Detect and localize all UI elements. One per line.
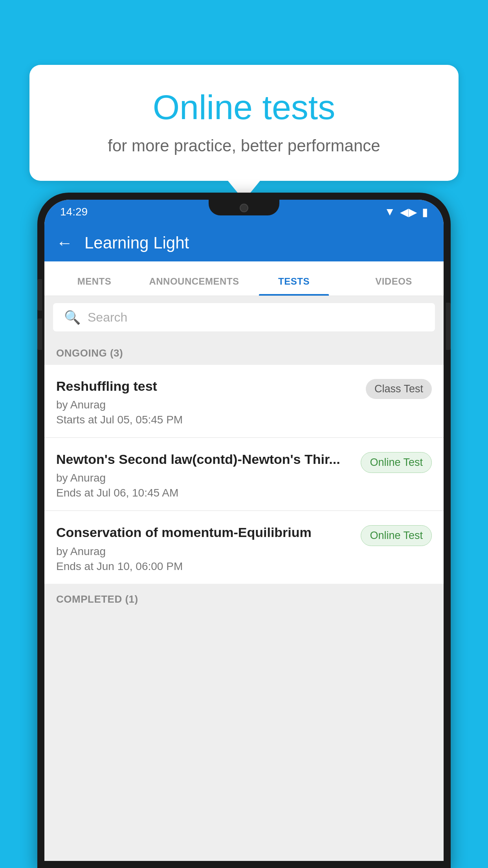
battery-icon: ▮ (422, 206, 428, 219)
phone-frame: 14:29 ▼ ◀▶ ▮ ← Learning Light MENTS ANNO… (37, 193, 451, 868)
test-card-3-badge: Online Test (361, 525, 432, 546)
signal-icon: ◀▶ (400, 206, 417, 219)
test-card-2-content: Newton's Second law(contd)-Newton's Thir… (56, 451, 361, 499)
wifi-icon: ▼ (384, 206, 395, 218)
tab-announcements[interactable]: ANNOUNCEMENTS (144, 276, 244, 296)
tab-bar: MENTS ANNOUNCEMENTS TESTS VIDEOS (44, 261, 444, 296)
app-bar: ← Learning Light (44, 224, 444, 261)
test-card-1-badge: Class Test (366, 379, 432, 399)
completed-section-header: COMPLETED (1) (44, 585, 444, 611)
test-card-3[interactable]: Conservation of momentum-Equilibrium by … (44, 511, 444, 583)
test-card-1-title: Reshuffling test (56, 377, 358, 395)
test-card-3-content: Conservation of momentum-Equilibrium by … (56, 524, 361, 572)
tab-videos[interactable]: VIDEOS (344, 276, 444, 296)
back-button[interactable]: ← (56, 234, 73, 252)
tab-tests[interactable]: TESTS (244, 276, 344, 296)
camera (240, 204, 248, 212)
app-title: Learning Light (84, 234, 189, 252)
ongoing-section-header: ONGOING (3) (44, 338, 444, 365)
power-button[interactable] (446, 303, 451, 350)
content-area: ONGOING (3) Reshuffling test by Anurag S… (44, 338, 444, 861)
status-time: 14:29 (60, 206, 88, 218)
test-card-1-date: Starts at Jul 05, 05:45 PM (56, 414, 358, 426)
test-card-2-date: Ends at Jul 06, 10:45 AM (56, 487, 353, 499)
search-container: 🔍 Search (44, 296, 444, 338)
test-card-1[interactable]: Reshuffling test by Anurag Starts at Jul… (44, 365, 444, 437)
search-placeholder: Search (88, 310, 127, 325)
search-bar[interactable]: 🔍 Search (53, 303, 435, 331)
test-card-1-author: by Anurag (56, 399, 358, 411)
speech-bubble-subtitle: for more practice, better performance (53, 136, 435, 155)
status-icons: ▼ ◀▶ ▮ (384, 206, 428, 219)
test-card-3-author: by Anurag (56, 545, 353, 558)
phone-screen: 14:29 ▼ ◀▶ ▮ ← Learning Light MENTS ANNO… (44, 200, 444, 861)
test-card-1-content: Reshuffling test by Anurag Starts at Jul… (56, 377, 366, 426)
speech-bubble: Online tests for more practice, better p… (29, 65, 459, 181)
volume-up-button[interactable] (37, 279, 42, 311)
test-card-2-author: by Anurag (56, 472, 353, 484)
test-card-3-date: Ends at Jun 10, 06:00 PM (56, 560, 353, 573)
test-card-2-badge: Online Test (361, 452, 432, 473)
tab-ments[interactable]: MENTS (44, 276, 144, 296)
test-card-2[interactable]: Newton's Second law(contd)-Newton's Thir… (44, 438, 444, 510)
speech-bubble-title: Online tests (53, 88, 435, 127)
test-card-2-title: Newton's Second law(contd)-Newton's Thir… (56, 451, 353, 468)
search-icon: 🔍 (64, 309, 81, 325)
phone-notch (209, 200, 279, 215)
test-card-3-title: Conservation of momentum-Equilibrium (56, 524, 353, 541)
volume-down-button[interactable] (37, 318, 42, 350)
